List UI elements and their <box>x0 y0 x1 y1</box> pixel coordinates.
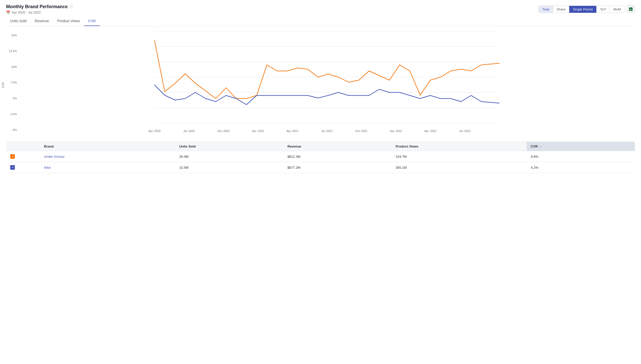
checkbox-cell-nike[interactable]: ✓ <box>6 162 40 173</box>
tab-product-views[interactable]: Product Views <box>53 16 84 26</box>
calendar-icon: 📅 <box>6 10 10 14</box>
x-label-jul2022: Jul, 2022 <box>459 129 471 132</box>
table-row: ✓ Nike 15.5M $877.2M 365.1M 4.2% <box>6 162 635 173</box>
page-container: Monthly Brand Performance ⓘ 📅 Apr 2020 -… <box>0 0 641 177</box>
col-header-product-views: Product Views <box>391 142 527 151</box>
col-header-units-sold: Units Sold <box>175 142 283 151</box>
cvr-nike: 4.2% <box>527 162 635 173</box>
info-icon[interactable]: ⓘ <box>70 5 73 9</box>
svg-text:XL: XL <box>630 8 632 11</box>
table-header-row: Brand Units Sold Revenue Product Views C… <box>6 142 635 151</box>
y-tick-5: 5% <box>6 97 19 100</box>
date-range: 📅 Apr 2020 - Jul 2022 <box>6 10 73 14</box>
revenue-under-armour: $812.3M <box>283 151 391 162</box>
cvr-under-armour: 8.9% <box>527 151 635 162</box>
brand-link-nike[interactable]: Nike <box>44 166 51 169</box>
page-title: Monthly Brand Performance <box>6 4 68 9</box>
product-views-nike: 365.1M <box>391 162 527 173</box>
tab-revenue[interactable]: Revenue <box>31 16 53 26</box>
x-label-apr2021: Apr, 2021 <box>286 129 298 132</box>
y-tick-12-5: 12.5% <box>6 50 19 53</box>
y-tick-2-5: 2.5% <box>6 113 19 116</box>
blue-line <box>155 85 499 105</box>
brand-link-under-armour[interactable]: Under Armour <box>44 155 65 159</box>
excel-export-button[interactable]: XL <box>627 5 635 13</box>
header-controls: Total Share Single Period YoY MoM XL <box>538 5 635 13</box>
toggle-single-period[interactable]: Single Period <box>569 6 596 13</box>
y-axis: CVR 15% 12.5% 10% 7.5% 5% 2.5% 0% <box>6 31 19 139</box>
x-label-jan2022: Jan, 2022 <box>390 129 402 132</box>
chart-svg-area: Apr, 2020 Jul, 2020 Oct, 2020 Jan, 2021 … <box>19 31 635 139</box>
toggle-total[interactable]: Total <box>539 6 553 13</box>
x-label-jul2021: Jul, 2021 <box>321 129 333 132</box>
page-header: Monthly Brand Performance ⓘ 📅 Apr 2020 -… <box>6 4 635 14</box>
y-tick-7-5: 7.5% <box>6 81 19 84</box>
sort-down-icon: ↓ <box>540 144 541 148</box>
y-axis-label: CVR <box>2 82 5 88</box>
col-header-brand: Brand <box>40 142 175 151</box>
table-row: ✓ Under Armour 28.4M $812.3M 319.7M 8.9% <box>6 151 635 162</box>
checkmark-icon: ✓ <box>11 166 14 169</box>
data-table: Brand Units Sold Revenue Product Views C… <box>6 142 635 173</box>
date-range-text: Apr 2020 - Jul 2022 <box>12 10 41 14</box>
toggle-share[interactable]: Share <box>553 6 569 13</box>
y-tick-10: 10% <box>6 65 19 68</box>
product-views-under-armour: 319.7M <box>391 151 527 162</box>
tab-cvr[interactable]: CVR <box>84 16 100 26</box>
toggle-yoy[interactable]: YoY <box>597 6 610 13</box>
tab-units-sold[interactable]: Units Sold <box>6 16 31 26</box>
units-sold-nike: 15.5M <box>175 162 283 173</box>
x-label-apr2022: Apr, 2022 <box>424 129 436 132</box>
col-header-revenue: Revenue <box>283 142 391 151</box>
toggle-mom[interactable]: MoM <box>610 6 624 13</box>
y-tick-0: 0% <box>6 128 19 131</box>
checkbox-cell-under-armour[interactable]: ✓ <box>6 151 40 162</box>
brand-cell-under-armour: Under Armour <box>40 151 175 162</box>
col-header-cvr[interactable]: CVR ↓ <box>527 142 635 151</box>
orange-line <box>155 40 499 99</box>
tabs-container: Units Sold Revenue Product Views CVR <box>6 16 635 26</box>
x-label-jul2020: Jul, 2020 <box>183 129 195 132</box>
units-sold-under-armour: 28.4M <box>175 151 283 162</box>
revenue-nike: $877.2M <box>283 162 391 173</box>
checkmark-icon: ✓ <box>11 155 14 158</box>
checkbox-nike[interactable]: ✓ <box>10 165 15 170</box>
header-left: Monthly Brand Performance ⓘ 📅 Apr 2020 -… <box>6 4 73 14</box>
x-label-oct2020: Oct, 2020 <box>217 129 230 132</box>
chart-svg: Apr, 2020 Jul, 2020 Oct, 2020 Jan, 2021 … <box>19 31 635 138</box>
y-tick-15: 15% <box>6 34 19 37</box>
x-label-jan2021: Jan, 2021 <box>252 129 264 132</box>
title-group: Monthly Brand Performance ⓘ 📅 Apr 2020 -… <box>6 4 73 14</box>
chart-container: CVR 15% 12.5% 10% 7.5% 5% 2.5% 0% <box>6 26 635 142</box>
toggle-group: Total Share Single Period YoY MoM <box>538 6 625 13</box>
x-label-oct2021: Oct, 2021 <box>355 129 367 132</box>
x-label-apr2020: Apr, 2020 <box>148 129 160 132</box>
col-header-checkbox <box>6 142 40 151</box>
checkbox-under-armour[interactable]: ✓ <box>10 154 15 159</box>
brand-cell-nike: Nike <box>40 162 175 173</box>
